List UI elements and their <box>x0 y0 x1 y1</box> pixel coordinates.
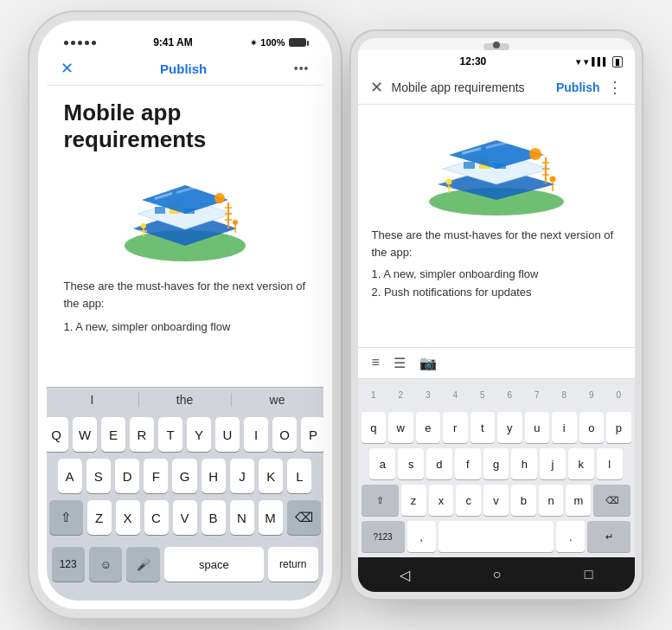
ios-battery-area: ✴ 100% <box>250 37 305 48</box>
android-num-5[interactable]: 5 <box>470 382 496 407</box>
ios-battery-text: 100% <box>260 37 285 48</box>
android-key-c[interactable]: c <box>456 485 481 516</box>
android-num-8[interactable]: 8 <box>552 382 577 407</box>
android-return-key[interactable]: ↵ <box>587 521 630 552</box>
ios-key-z[interactable]: Z <box>87 500 112 535</box>
ios-autocomplete-2[interactable]: the <box>139 393 232 407</box>
android-key-l[interactable]: l <box>597 448 623 479</box>
android-more-button[interactable]: ⋮ <box>607 78 623 97</box>
ios-autocomplete-1[interactable]: I <box>47 393 139 407</box>
android-phone: 12:30 ▾ ▾ ▌▌▌ ▮ ✕ Mobile app requirement… <box>358 38 635 592</box>
android-key-x[interactable]: x <box>429 485 454 516</box>
android-format-list-bullet[interactable]: ≡ <box>372 355 380 371</box>
ios-key-y[interactable]: Y <box>187 417 211 452</box>
android-key-row-1: q w e r t y u i o p <box>362 412 631 443</box>
ios-key-t[interactable]: T <box>158 417 182 452</box>
ios-key-i[interactable]: I <box>244 417 268 452</box>
ios-emoji-key[interactable]: ☺ <box>89 547 122 582</box>
ios-key-b[interactable]: B <box>202 500 226 535</box>
android-key-h[interactable]: h <box>511 448 537 479</box>
android-num-0[interactable]: 0 <box>606 382 631 407</box>
ios-key-k[interactable]: K <box>259 459 283 493</box>
android-key-y[interactable]: y <box>497 412 522 443</box>
ios-key-s[interactable]: S <box>86 459 111 493</box>
android-key-m[interactable]: m <box>566 485 591 516</box>
android-close-button[interactable]: ✕ <box>370 78 383 97</box>
android-num-2[interactable]: 2 <box>388 382 413 407</box>
android-key-e[interactable]: e <box>416 412 441 443</box>
ios-key-o[interactable]: O <box>272 417 297 452</box>
android-key-g[interactable]: g <box>483 448 509 479</box>
android-key-a[interactable]: a <box>369 448 395 479</box>
android-publish-button[interactable]: Publish <box>556 80 600 94</box>
android-shift-key[interactable]: ⇧ <box>362 485 399 516</box>
android-format-image[interactable]: 📷 <box>419 355 437 371</box>
android-key-z[interactable]: z <box>401 485 426 516</box>
android-key-s[interactable]: s <box>398 448 424 479</box>
android-num-4[interactable]: 4 <box>443 382 468 407</box>
android-sym-key[interactable]: ?123 <box>362 521 405 552</box>
android-num-9[interactable]: 9 <box>579 382 605 407</box>
android-num-6[interactable]: 6 <box>497 382 522 407</box>
android-home-button[interactable]: ○ <box>493 567 502 582</box>
ios-key-row-3: ⇧ Z X C V B N M ⌫ <box>49 500 321 535</box>
ios-mic-key[interactable]: 🎤 <box>126 547 159 582</box>
android-recents-button[interactable]: □ <box>585 567 593 582</box>
ios-key-p[interactable]: P <box>301 417 323 452</box>
ios-key-x[interactable]: X <box>116 500 140 535</box>
ios-key-g[interactable]: G <box>172 459 196 493</box>
ios-key-h[interactable]: H <box>202 459 226 493</box>
android-num-7[interactable]: 7 <box>525 382 550 407</box>
android-key-u[interactable]: u <box>525 412 550 443</box>
ios-key-q[interactable]: Q <box>47 417 69 452</box>
android-key-n[interactable]: n <box>539 485 564 516</box>
android-num-1[interactable]: 1 <box>362 382 387 407</box>
android-status-icons: ▾ ▾ ▌▌▌ ▮ <box>576 56 622 68</box>
android-space-key[interactable] <box>438 521 554 552</box>
android-key-f[interactable]: f <box>455 448 481 479</box>
ios-key-n[interactable]: N <box>230 500 254 535</box>
ios-key-l[interactable]: L <box>287 459 311 493</box>
ios-key-r[interactable]: R <box>130 417 154 452</box>
ios-backspace-key[interactable]: ⌫ <box>287 500 321 535</box>
android-key-d[interactable]: d <box>426 448 452 479</box>
ios-key-m[interactable]: M <box>259 500 283 535</box>
ios-more-button[interactable]: ••• <box>294 61 310 75</box>
android-key-r[interactable]: r <box>443 412 468 443</box>
ios-space-key[interactable]: space <box>164 547 264 582</box>
ios-body-text: These are the must-haves for the next ve… <box>64 278 306 312</box>
svg-point-18 <box>529 148 541 160</box>
android-key-b[interactable]: b <box>511 485 536 516</box>
ios-key-d[interactable]: D <box>115 459 139 493</box>
android-period-key[interactable]: . <box>556 521 585 552</box>
android-back-button[interactable]: ◁ <box>400 567 410 583</box>
android-key-q[interactable]: q <box>362 412 387 443</box>
android-key-v[interactable]: v <box>483 485 509 516</box>
android-key-w[interactable]: w <box>388 412 413 443</box>
android-num-3[interactable]: 3 <box>416 382 441 407</box>
ios-autocomplete-3[interactable]: we <box>232 393 323 407</box>
ios-key-f[interactable]: F <box>144 459 168 493</box>
ios-return-key[interactable]: return <box>268 547 318 582</box>
android-key-t[interactable]: t <box>470 412 496 443</box>
ios-key-w[interactable]: W <box>73 417 97 452</box>
ios-close-button[interactable]: ✕ <box>61 59 74 78</box>
ios-key-c[interactable]: C <box>144 500 169 535</box>
android-key-i[interactable]: i <box>552 412 577 443</box>
ios-key-e[interactable]: E <box>101 417 125 452</box>
android-key-k[interactable]: k <box>568 448 594 479</box>
ios-key-u[interactable]: U <box>215 417 240 452</box>
android-key-p[interactable]: p <box>606 412 631 443</box>
android-key-o[interactable]: o <box>579 412 605 443</box>
android-format-list-number[interactable]: ☰ <box>394 355 406 371</box>
ios-num-key[interactable]: 123 <box>52 547 85 582</box>
ios-key-j[interactable]: J <box>230 459 254 493</box>
android-backspace-key[interactable]: ⌫ <box>593 485 630 516</box>
android-key-j[interactable]: j <box>540 448 566 479</box>
ios-key-v[interactable]: V <box>173 500 197 535</box>
ios-shift-key[interactable]: ⇧ <box>49 500 83 535</box>
android-comma-key[interactable]: , <box>407 521 436 552</box>
android-body-text: These are the must-haves for the next ve… <box>372 227 621 260</box>
ios-key-a[interactable]: A <box>58 459 82 493</box>
ios-publish-button[interactable]: Publish <box>160 61 207 76</box>
